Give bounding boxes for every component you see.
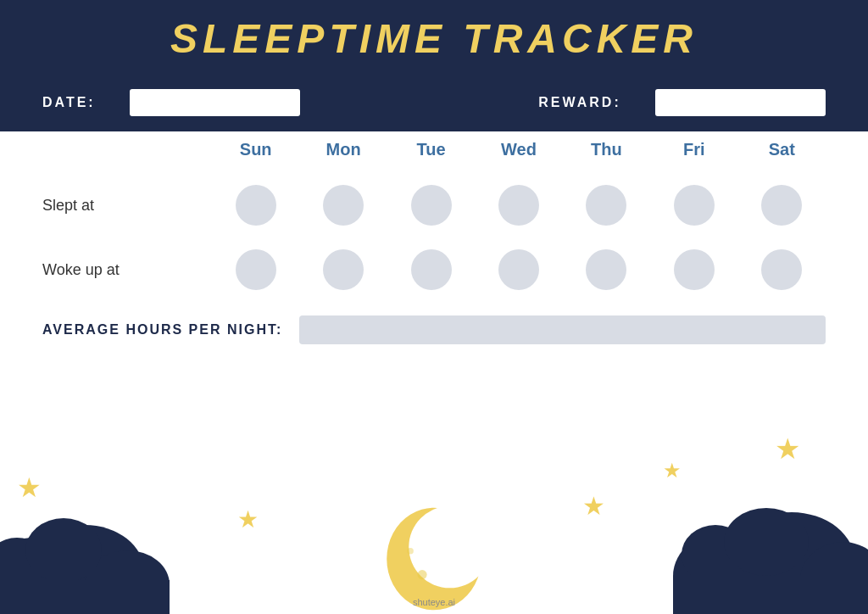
woke-fri-cell	[650, 237, 737, 302]
woke-sat-circle	[761, 249, 802, 290]
average-input[interactable]	[299, 315, 826, 344]
slept-thu-cell	[563, 173, 650, 237]
woke-up-row: Woke up at	[42, 237, 826, 302]
slept-sat-circle	[761, 185, 802, 226]
cloud-left	[0, 495, 170, 614]
svg-rect-11	[673, 576, 868, 614]
reward-input[interactable]	[655, 89, 826, 116]
star-3: ★	[582, 491, 605, 521]
woke-sun-cell	[212, 237, 299, 302]
svg-point-4	[25, 518, 102, 583]
slept-sun-cell	[212, 173, 299, 237]
day-wed: Wed	[475, 131, 562, 173]
woke-sun-circle	[236, 249, 276, 290]
star-5: ★	[775, 432, 800, 466]
day-sat: Sat	[738, 131, 826, 173]
woke-thu-circle	[586, 249, 626, 290]
cloud-right	[673, 483, 868, 614]
day-mon: Mon	[299, 131, 387, 173]
day-tue: Tue	[387, 131, 475, 173]
woke-mon-cell	[299, 237, 387, 302]
woke-fri-circle	[674, 249, 715, 290]
star-1: ★	[17, 472, 42, 504]
woke-sat-cell	[738, 237, 826, 302]
slept-mon-circle	[323, 185, 364, 226]
slept-sun-circle	[236, 185, 276, 226]
day-fri: Fri	[650, 131, 737, 173]
star-2: ★	[237, 505, 259, 533]
slept-fri-cell	[650, 173, 737, 237]
woke-tue-cell	[387, 237, 475, 302]
tracker-section: Sun Mon Tue Wed Thu Fri Sat Slept at Wok…	[0, 131, 868, 353]
row-label-placeholder	[42, 131, 212, 173]
slept-at-label-cell: Slept at	[42, 173, 212, 237]
slept-mon-cell	[299, 173, 387, 237]
slept-at-label: Slept at	[42, 197, 94, 215]
reward-label: REWARD:	[538, 95, 620, 110]
woke-thu-cell	[563, 237, 650, 302]
woke-tue-circle	[411, 249, 452, 290]
day-thu: Thu	[563, 131, 650, 173]
svg-rect-5	[0, 580, 170, 614]
slept-wed-cell	[475, 173, 562, 237]
decoration: ★ ★ ★ ★ ★	[0, 444, 868, 614]
slept-thu-circle	[586, 185, 626, 226]
meta-row: DATE: REWARD:	[0, 81, 868, 131]
woke-wed-circle	[498, 249, 539, 290]
slept-sat-cell	[738, 173, 826, 237]
page: SLEEPTIME TRACKER DATE: REWARD: Sun Mon …	[0, 0, 868, 614]
woke-up-label: Woke up at	[42, 261, 120, 279]
slept-tue-cell	[387, 173, 475, 237]
woke-wed-cell	[475, 237, 562, 302]
average-label: AVERAGE HOURS PER NIGHT:	[42, 322, 282, 338]
date-input[interactable]	[130, 89, 300, 116]
header-section: SLEEPTIME TRACKER	[0, 0, 868, 81]
days-header-row: Sun Mon Tue Wed Thu Fri Sat	[42, 131, 826, 173]
watermark: shuteye.ai	[413, 597, 455, 607]
svg-point-13	[418, 570, 427, 579]
woke-mon-circle	[323, 249, 364, 290]
slept-fri-circle	[674, 185, 715, 226]
page-title: SLEEPTIME TRACKER	[42, 15, 826, 62]
average-row: AVERAGE HOURS PER NIGHT:	[42, 302, 826, 353]
svg-point-14	[407, 548, 413, 554]
star-4: ★	[663, 459, 682, 483]
date-label: DATE:	[42, 95, 96, 110]
woke-up-label-cell: Woke up at	[42, 237, 212, 302]
svg-point-10	[724, 508, 809, 576]
day-sun: Sun	[212, 131, 299, 173]
slept-tue-circle	[411, 185, 452, 226]
slept-at-row: Slept at	[42, 173, 826, 237]
slept-wed-circle	[498, 185, 539, 226]
